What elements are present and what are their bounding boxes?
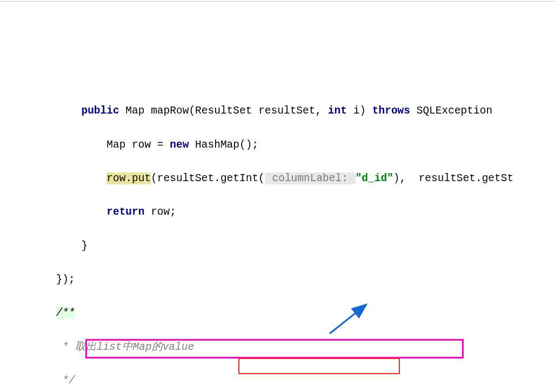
highlighted-call: row.put [106,172,151,184]
code-editor[interactable]: public Map mapRow(ResultSet resultSet, i… [0,86,555,392]
string-literal: "d_id" [356,172,393,184]
doc-comment-end: */ [62,375,75,387]
code-line[interactable]: row.put(resultSet.getInt( columnLabel: "… [5,170,555,187]
keyword-throws: throws [372,105,410,117]
code-line[interactable]: }); [5,271,555,288]
code-line[interactable]: public Map mapRow(ResultSet resultSet, i… [5,103,555,119]
keyword-new: new [170,139,189,151]
parameter-hint: columnLabel: [265,172,356,184]
keyword-int: int [328,105,347,117]
code-line[interactable]: /** [5,305,555,322]
code-line[interactable]: Map row = new HashMap(); [5,137,555,154]
code-line[interactable]: */ [5,373,555,389]
doc-comment-start: /** [56,307,75,319]
annotation-red-box [238,358,400,374]
keyword-public: public [81,105,119,117]
keyword-return: return [106,206,144,218]
code-line[interactable]: return row; [5,204,555,221]
code-line[interactable]: * 取出list中Map的value [5,339,555,356]
code-line[interactable]: } [5,238,555,255]
doc-comment: * 取出list中Map的value [62,341,194,353]
